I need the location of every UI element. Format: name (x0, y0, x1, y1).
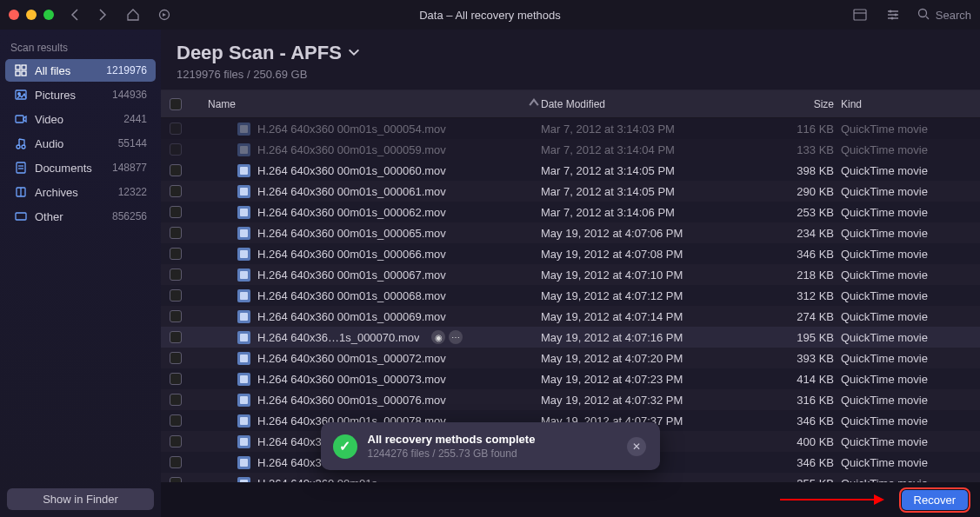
file-icon (237, 206, 250, 219)
file-row[interactable]: H.264 640x360 00m01s_000065.movMay 19, 2… (161, 222, 980, 243)
settings-icon[interactable] (883, 5, 903, 24)
image-icon (14, 88, 28, 102)
file-row[interactable]: H.264 640x360 00m01s355 KBQuickTime movi… (161, 473, 980, 482)
row-checkbox[interactable] (170, 352, 182, 364)
row-checkbox[interactable] (170, 310, 182, 322)
row-checkbox[interactable] (170, 456, 182, 468)
show-in-finder-button[interactable]: Show in Finder (7, 488, 154, 510)
row-checkbox[interactable] (170, 331, 182, 343)
row-checkbox[interactable] (170, 289, 182, 302)
file-row[interactable]: H.264 640x360 00m01s_000060.movMar 7, 20… (161, 160, 980, 181)
info-icon[interactable]: ⋯ (449, 330, 463, 344)
chevron-down-icon[interactable] (347, 42, 361, 64)
search-input[interactable]: Search (936, 9, 971, 22)
sidebar: Scan results All files1219976Pictures144… (0, 30, 161, 517)
file-kind: QuickTime movie (841, 289, 971, 302)
refresh-button[interactable] (155, 5, 174, 24)
window-minimize-button[interactable] (26, 10, 37, 20)
file-icon (237, 289, 250, 302)
file-icon (237, 394, 250, 407)
row-checkbox[interactable] (170, 185, 182, 197)
back-button[interactable] (66, 5, 85, 24)
sidebar-header: Scan results (0, 38, 161, 59)
file-row[interactable]: H.264 640x360 00m01s_000061.movMar 7, 20… (161, 181, 980, 202)
sidebar-item-label: Audio (35, 137, 111, 150)
file-icon (237, 456, 250, 469)
file-row[interactable]: H.264 640x360 00m01s_000068.movMay 19, 2… (161, 285, 980, 306)
file-size: 346 KB (728, 248, 841, 261)
row-checkbox[interactable] (170, 435, 182, 447)
file-row[interactable]: H.264 640x360 00m01s_000076.movMay 19, 2… (161, 389, 980, 410)
file-row[interactable]: H.264 640x360 00m01s_000073.movMay 19, 2… (161, 368, 980, 389)
sidebar-item-label: All files (35, 64, 99, 77)
video-icon (14, 112, 28, 126)
window-close-button[interactable] (9, 10, 19, 20)
sidebar-item-audio[interactable]: Audio55144 (5, 132, 156, 155)
svg-rect-14 (22, 71, 26, 76)
sidebar-item-archives[interactable]: Archives12322 (5, 181, 156, 203)
sidebar-item-pictures[interactable]: Pictures144936 (5, 83, 156, 106)
file-size: 316 KB (728, 394, 841, 407)
file-size: 346 KB (728, 456, 841, 469)
file-row[interactable]: H.264 640x360 00m01s_000066.movMay 19, 2… (161, 243, 980, 264)
file-row[interactable]: H.264 640x360 00m01s_000054.movMar 7, 20… (161, 118, 980, 139)
column-name[interactable]: Name (194, 96, 541, 112)
file-date: May 19, 2012 at 4:07:14 PM (541, 310, 728, 323)
row-checkbox[interactable] (170, 394, 182, 406)
file-row[interactable]: H.264 640x360 00m01s_000067.movMay 19, 2… (161, 264, 980, 285)
column-kind[interactable]: Kind (841, 98, 971, 110)
column-size[interactable]: Size (728, 98, 841, 110)
toast-title: All recovery methods complete (368, 433, 617, 446)
window-maximize-button[interactable] (43, 10, 54, 20)
view-toggle-button[interactable] (850, 5, 870, 24)
file-icon (237, 164, 250, 177)
sidebar-item-count: 1219976 (106, 64, 147, 76)
toast-close-button[interactable]: ✕ (627, 437, 646, 456)
file-date: May 19, 2012 at 4:07:20 PM (541, 352, 728, 365)
file-icon (237, 143, 250, 156)
file-row[interactable]: H.264 640x360 00m01s_000059.movMar 7, 20… (161, 139, 980, 160)
row-checkbox[interactable] (170, 206, 182, 218)
row-checkbox[interactable] (170, 227, 182, 239)
file-row[interactable]: H.264 640x36…1s_000070.mov◉⋯May 19, 2012… (161, 327, 980, 348)
sidebar-item-count: 856256 (112, 210, 147, 222)
sidebar-item-all-files[interactable]: All files1219976 (5, 59, 156, 82)
file-kind: QuickTime movie (841, 414, 971, 428)
column-date[interactable]: Date Modified (541, 98, 728, 110)
file-row[interactable]: H.264 640x360 00m01s_000072.movMay 19, 2… (161, 348, 980, 368)
svg-point-18 (17, 145, 20, 149)
row-checkbox[interactable] (170, 164, 182, 176)
file-name: H.264 640x36…1s_000070.mov (257, 331, 419, 344)
select-all-checkbox[interactable] (170, 98, 182, 110)
row-checkbox[interactable] (170, 414, 182, 427)
row-checkbox[interactable] (170, 248, 182, 260)
file-date: May 19, 2012 at 4:07:06 PM (541, 227, 728, 240)
audio-icon (14, 136, 28, 150)
sidebar-item-video[interactable]: Video2441 (5, 108, 156, 130)
window-titlebar: Data – All recovery methods Search (0, 0, 980, 30)
forward-button[interactable] (92, 5, 111, 24)
file-size: 218 KB (728, 268, 841, 282)
home-button[interactable] (123, 5, 143, 24)
row-checkbox[interactable] (170, 143, 182, 156)
svg-rect-17 (16, 116, 23, 123)
preview-icon[interactable]: ◉ (431, 330, 445, 344)
sidebar-item-documents[interactable]: Documents148877 (5, 156, 156, 179)
svg-rect-12 (22, 65, 26, 70)
sidebar-item-count: 148877 (112, 162, 147, 174)
sidebar-item-label: Pictures (35, 89, 105, 102)
row-checkbox[interactable] (170, 123, 182, 135)
file-row[interactable]: H.264 640x360 00m01s_000062.movMar 7, 20… (161, 202, 980, 222)
svg-point-8 (890, 17, 893, 20)
row-checkbox[interactable] (170, 373, 182, 385)
svg-point-19 (22, 145, 25, 149)
recover-button[interactable]: Recover (902, 490, 968, 510)
annotation-arrow (780, 499, 876, 500)
file-date: May 19, 2012 at 4:07:23 PM (541, 373, 728, 386)
file-row[interactable]: H.264 640x360 00m01s_000069.movMay 19, 2… (161, 306, 980, 327)
row-checkbox[interactable] (170, 268, 182, 281)
file-size: 398 KB (728, 164, 841, 177)
file-name: H.264 640x360 00m01s_000072.mov (257, 352, 446, 365)
sidebar-item-other[interactable]: Other856256 (5, 205, 156, 228)
checkmark-icon: ✓ (333, 434, 357, 459)
